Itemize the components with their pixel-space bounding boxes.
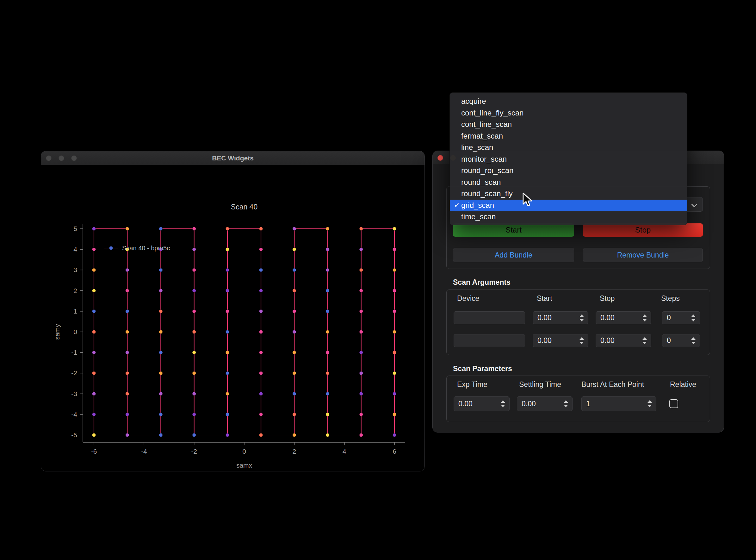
- minimize-button[interactable]: [59, 155, 64, 161]
- svg-text:-5: -5: [71, 431, 77, 439]
- menu-item-round_scan_fly[interactable]: round_scan_fly: [450, 188, 687, 200]
- stop-button[interactable]: Stop: [583, 223, 703, 237]
- svg-text:Scan 40: Scan 40: [231, 203, 258, 211]
- menu-item-label: cont_line_fly_scan: [461, 108, 524, 117]
- menu-item-label: acquire: [461, 97, 486, 106]
- zoom-button[interactable]: [71, 155, 77, 161]
- spinner-arrows-icon[interactable]: [577, 337, 587, 344]
- svg-text:-2: -2: [71, 369, 77, 377]
- remove-bundle-button[interactable]: Remove Bundle: [583, 248, 703, 262]
- svg-text:3: 3: [74, 266, 77, 273]
- menu-item-label: round_scan_fly: [461, 189, 513, 198]
- stop-spinbox-row1[interactable]: 0.00: [596, 311, 651, 324]
- svg-text:0: 0: [74, 328, 77, 335]
- burst-spinbox[interactable]: 1: [581, 396, 656, 411]
- device-input-row2[interactable]: [454, 334, 525, 347]
- window-title: BEC Widgets: [41, 154, 425, 162]
- spinner-arrows-icon[interactable]: [561, 400, 571, 407]
- left-titlebar: BEC Widgets: [41, 151, 425, 165]
- traffic-lights: [41, 151, 77, 165]
- menu-item-label: round_scan: [461, 178, 501, 187]
- menu-item-label: grid_scan: [461, 201, 494, 210]
- spin-value: 0.00: [596, 314, 639, 322]
- menu-item-line_scan[interactable]: line_scan: [450, 142, 687, 154]
- menu-item-round_roi_scan[interactable]: round_roi_scan: [450, 165, 687, 177]
- start-button-label: Start: [506, 225, 522, 235]
- spin-value: 1: [582, 400, 645, 408]
- header-burst-at-each-point: Burst At Each Point: [581, 380, 644, 389]
- device-input-row1[interactable]: [454, 311, 525, 324]
- menu-item-time_scan[interactable]: time_scan: [450, 211, 687, 223]
- menu-item-grid_scan[interactable]: ✓grid_scan: [450, 200, 687, 211]
- stop-spinbox-row2[interactable]: 0.00: [596, 334, 651, 347]
- close-button[interactable]: [46, 155, 52, 161]
- spin-value: 0.00: [533, 314, 577, 322]
- svg-text:6: 6: [392, 448, 396, 455]
- menu-item-fermat_scan[interactable]: fermat_scan: [450, 131, 687, 142]
- header-settling-time: Settling Time: [519, 380, 561, 389]
- spinner-arrows-icon[interactable]: [577, 315, 587, 321]
- svg-text:4: 4: [343, 448, 346, 455]
- spinner-arrows-icon[interactable]: [498, 400, 508, 407]
- spinner-arrows-icon[interactable]: [645, 400, 655, 407]
- checkmark-icon: ✓: [450, 201, 461, 209]
- svg-text:-6: -6: [91, 448, 97, 455]
- remove-bundle-label: Remove Bundle: [617, 251, 669, 259]
- svg-text:Scan 40 - bpm5c: Scan 40 - bpm5c: [122, 244, 170, 252]
- settling-time-spinbox[interactable]: 0.00: [517, 396, 573, 411]
- scan-dropdown-menu: acquirecont_line_fly_scancont_line_scanf…: [449, 93, 687, 225]
- menu-item-round_scan[interactable]: round_scan: [450, 177, 687, 188]
- add-bundle-button[interactable]: Add Bundle: [453, 248, 574, 262]
- start-button[interactable]: Start: [453, 223, 574, 237]
- chevron-down-icon: [692, 201, 698, 207]
- spin-value: 0.00: [533, 336, 577, 345]
- menu-item-label: line_scan: [461, 143, 493, 152]
- svg-text:samx: samx: [236, 462, 252, 469]
- svg-text:4: 4: [74, 245, 77, 253]
- spin-value: 0.00: [596, 336, 639, 345]
- menu-item-label: round_roi_scan: [461, 166, 513, 175]
- stop-button-label: Stop: [635, 225, 651, 235]
- spinner-arrows-icon[interactable]: [688, 315, 698, 321]
- svg-text:5: 5: [74, 225, 77, 232]
- header-start: Start: [537, 294, 552, 303]
- steps-spinbox-row2[interactable]: 0: [662, 334, 700, 347]
- spinner-arrows-icon[interactable]: [688, 337, 698, 344]
- svg-text:0: 0: [242, 448, 246, 455]
- spin-value: 0: [662, 336, 688, 345]
- menu-item-cont_line_scan[interactable]: cont_line_scan: [450, 119, 687, 131]
- header-relative: Relative: [670, 380, 696, 389]
- spinner-arrows-icon[interactable]: [639, 337, 650, 344]
- spin-value: 0.00: [454, 400, 498, 408]
- exp-time-spinbox[interactable]: 0.00: [454, 396, 510, 411]
- svg-text:-1: -1: [71, 349, 77, 356]
- svg-text:-4: -4: [71, 411, 77, 418]
- add-bundle-label: Add Bundle: [495, 251, 532, 259]
- menu-item-cont_line_fly_scan[interactable]: cont_line_fly_scan: [450, 107, 687, 119]
- header-exp-time: Exp Time: [457, 380, 487, 389]
- svg-text:2: 2: [74, 287, 77, 294]
- svg-text:-3: -3: [71, 390, 77, 397]
- menu-item-monitor_scan[interactable]: monitor_scan: [450, 154, 687, 165]
- start-spinbox-row2[interactable]: 0.00: [533, 334, 588, 347]
- spin-value: 0: [662, 314, 688, 322]
- scan-arguments-title: Scan Arguments: [453, 278, 511, 287]
- bec-widgets-window: BEC Widgets 543210-1-2-3-4-5-6-4-20246Sc…: [41, 151, 425, 472]
- menu-item-label: time_scan: [461, 212, 496, 221]
- scan-plot[interactable]: 543210-1-2-3-4-5-6-4-20246Scan 40samxsam…: [41, 165, 425, 471]
- plot-area: 543210-1-2-3-4-5-6-4-20246Scan 40samxsam…: [41, 165, 425, 471]
- svg-text:-4: -4: [141, 448, 147, 455]
- steps-spinbox-row1[interactable]: 0: [662, 311, 700, 324]
- spinner-arrows-icon[interactable]: [639, 315, 650, 321]
- svg-text:1: 1: [74, 307, 77, 315]
- start-spinbox-row1[interactable]: 0.00: [533, 311, 588, 324]
- svg-text:2: 2: [292, 448, 296, 455]
- close-button[interactable]: [437, 155, 443, 161]
- header-stop: Stop: [600, 294, 615, 303]
- menu-item-label: fermat_scan: [461, 132, 503, 140]
- menu-item-label: monitor_scan: [461, 155, 507, 164]
- spin-value: 0.00: [517, 400, 561, 408]
- relative-checkbox[interactable]: [669, 399, 678, 408]
- header-steps: Steps: [661, 294, 680, 303]
- menu-item-acquire[interactable]: acquire: [450, 96, 687, 107]
